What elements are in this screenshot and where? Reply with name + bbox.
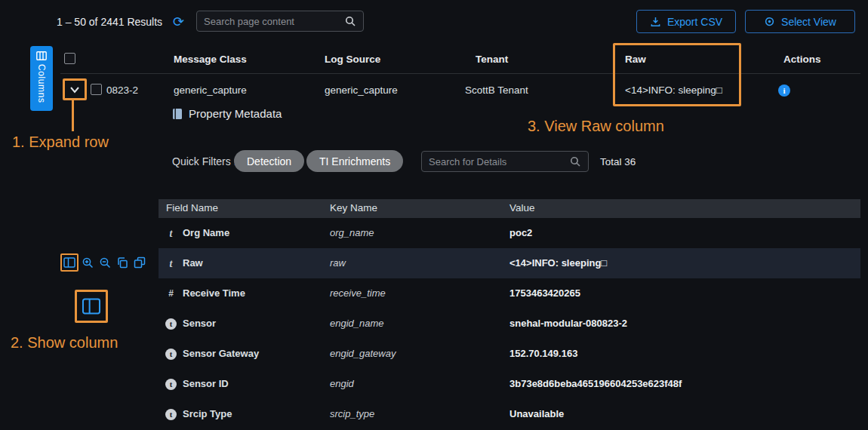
detail-row-sensor-gateway[interactable]: t Sensor Gateway engid_gateway 152.70.14… [159, 339, 860, 369]
export-csv-button[interactable]: Export CSV [636, 10, 736, 33]
detail-row-srcip-type[interactable]: t Srcip Type srcip_type Unavailable [159, 399, 860, 429]
select-all-checkbox[interactable] [64, 53, 75, 64]
row-checkbox[interactable] [91, 84, 102, 95]
row-tenant: ScottB Tenant [465, 84, 528, 96]
header-divider [60, 73, 860, 74]
export-csv-label: Export CSV [667, 16, 722, 28]
columns-icon [63, 257, 75, 268]
columns-button[interactable]: Columns [30, 46, 53, 111]
details-search-icon [569, 155, 581, 167]
page-search-input[interactable] [204, 16, 340, 27]
view-icon [764, 16, 775, 27]
detail-row-receive-time[interactable]: # Receive Time receive_time 175346342026… [159, 278, 860, 309]
row-id: 0823-2 [106, 84, 138, 96]
columns-button-label: Columns [36, 64, 47, 103]
property-metadata-title: Property Metadata [172, 107, 282, 120]
detail-key-name: receive_time [330, 278, 386, 309]
details-header-key-name: Key Name [330, 202, 377, 213]
details-table-body: t Org Name org_name poc2 t Raw raw <14>I… [159, 218, 860, 430]
column-header-tenant[interactable]: Tenant [476, 54, 508, 65]
details-header-field-name: Field Name [166, 202, 218, 213]
show-column-tool-large[interactable] [75, 290, 108, 323]
filter-detection-pill[interactable]: Detection [234, 150, 304, 172]
column-header-raw[interactable]: Raw [625, 54, 646, 65]
column-header-log-source[interactable]: Log Source [325, 54, 380, 65]
column-header-message-class[interactable]: Message Class [174, 54, 247, 65]
select-view-label: Select View [781, 16, 836, 28]
property-metadata-label: Property Metadata [189, 107, 282, 120]
detail-row-sensor[interactable]: t Sensor engid_name snehal-modular-08082… [159, 309, 860, 339]
detail-value: 1753463420265 [509, 278, 580, 309]
copy-icon[interactable] [116, 256, 128, 269]
detail-key-name: engid_name [330, 309, 384, 339]
copy-row-icon[interactable] [134, 256, 146, 269]
detail-key-name: raw [330, 248, 346, 278]
detail-value: snehal-modular-080823-2 [509, 309, 627, 339]
annotation-view-raw-column: 3. View Raw column [528, 118, 664, 135]
annotation-pointer-line [72, 100, 74, 131]
detail-row-raw[interactable]: t Raw raw <14>INFO: sleeping□ [159, 248, 860, 278]
detail-value: 3b73e8d6beba465196604253e623f48f [509, 369, 682, 399]
expand-row-chevron[interactable] [63, 78, 87, 100]
details-search-input[interactable] [429, 156, 565, 167]
detail-field-name: Sensor [183, 309, 216, 339]
show-column-tool-boxed[interactable] [60, 253, 78, 272]
text-circle-type-icon: t [165, 409, 177, 420]
annotation-expand-row: 1. Expand row [12, 134, 109, 151]
detail-value: poc2 [509, 218, 532, 248]
detail-field-name: Org Name [183, 218, 229, 248]
detail-field-name: Raw [183, 248, 203, 278]
details-search-box [421, 151, 589, 172]
quick-filters-label: Quick Filters : [172, 155, 237, 167]
text-type-icon: t [165, 258, 177, 269]
text-circle-type-icon: t [165, 318, 177, 330]
detail-key-name: engid [330, 369, 354, 399]
chevron-down-icon [69, 84, 81, 95]
detail-value: Unavailable [509, 399, 564, 429]
row-raw-value: <14>INFO: sleeping□ [625, 84, 722, 96]
text-circle-type-icon: t [165, 349, 177, 360]
detail-value: 152.70.149.163 [509, 339, 577, 369]
detail-value: <14>INFO: sleeping□ [509, 248, 607, 278]
detail-key-name: engid_gateway [330, 339, 396, 369]
download-icon [650, 16, 661, 27]
text-type-icon: t [165, 228, 177, 239]
detail-field-name: Sensor Gateway [183, 339, 259, 369]
book-icon [172, 108, 183, 120]
columns-icon-large [82, 298, 101, 315]
zoom-in-icon[interactable] [82, 256, 94, 269]
detail-field-name: Receive Time [183, 278, 245, 309]
column-header-actions: Actions [783, 54, 821, 65]
raw-column-highlight-box [613, 43, 741, 106]
detail-field-name: Srcip Type [183, 399, 232, 429]
detail-key-name: srcip_type [330, 399, 374, 429]
search-icon [344, 15, 356, 27]
detail-field-name: Sensor ID [183, 369, 229, 399]
detail-key-name: org_name [330, 218, 374, 248]
details-total-count: Total 36 [600, 156, 636, 167]
detail-row-org-name[interactable]: t Org Name org_name poc2 [159, 218, 860, 248]
page-search-box [196, 11, 364, 32]
zoom-out-icon[interactable] [99, 256, 112, 269]
text-circle-type-icon: t [165, 379, 177, 390]
detail-row-sensor-id[interactable]: t Sensor ID engid 3b73e8d6beba4651966042… [159, 369, 860, 399]
annotation-show-column: 2. Show column [11, 334, 118, 352]
details-header-value: Value [509, 202, 535, 213]
number-type-icon: # [165, 288, 177, 299]
refresh-icon[interactable]: ⟳ [173, 15, 184, 29]
filter-ti-enrichments-pill[interactable]: TI Enrichments [306, 150, 403, 172]
table-columns-icon [36, 51, 47, 60]
results-count: 1 – 50 of 2441 Results [57, 16, 162, 28]
row-log-source: generic_capture [325, 84, 398, 96]
row-message-class: generic_capture [174, 84, 247, 96]
details-table-header: Field Name Key Name Value [159, 199, 860, 218]
select-view-button[interactable]: Select View [745, 10, 855, 33]
info-icon[interactable]: i [778, 84, 790, 97]
